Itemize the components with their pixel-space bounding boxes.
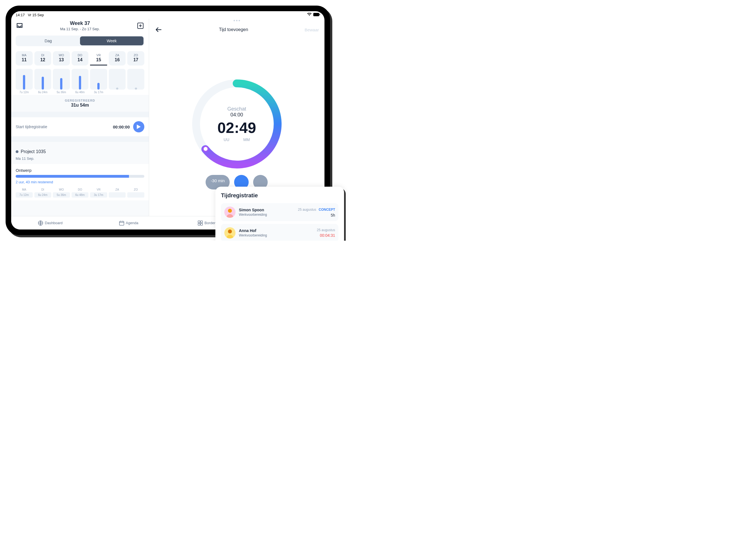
bars-row [11,68,149,89]
svg-rect-7 [201,221,202,223]
back-button[interactable] [155,26,163,34]
concept-badge: CONCEPT [319,208,335,212]
dot-icon [16,150,19,153]
day-vr[interactable]: VR15 [90,51,107,65]
mini-times: 7u 12m 6u 24m 5u 36m 6u 48m 3u 17m [11,192,149,198]
play-icon [137,124,141,129]
week-range: Ma 11 Sep. - Zo 17 Sep. [24,27,137,31]
day-zo[interactable]: ZO17 [127,51,144,65]
registered-value: 31u 54m [11,103,149,108]
tablet-frame: 14:17 Vr 15 Sep Wee [6,6,330,235]
toggle-week[interactable]: Week [80,36,143,45]
bar-di [42,77,44,89]
estimate-value: 04:00 [217,112,256,118]
entry-hours: 5h [298,213,335,218]
time-entry[interactable]: Simon Spoon Werkvoorbereiding 25 augustu… [221,203,339,221]
play-button[interactable] [133,121,144,132]
globe-icon [38,221,43,226]
time-dial[interactable]: Geschat 04:00 02:49 UU MM [189,76,284,172]
bar-ma [23,75,25,89]
days-row: MA11 DI12 WO13 DO14 VR15 ZA16 ZO17 [11,49,149,68]
battery-icon [313,13,320,17]
svg-rect-8 [198,223,200,225]
timer-row: Start tijdregistratie 00:00:00 [11,117,149,136]
bar-za [116,88,118,89]
registered-block: GEREGISTREERD 31u 54m [11,95,149,112]
project-name: Project 1035 [11,147,149,156]
task-name: Ontwerp [11,166,149,173]
entry-date: 25 augustus [298,208,316,212]
wifi-icon [307,13,312,17]
bar-times: 7u 12m 6u 24m 5u 36m 6u 48m 3u 17m [11,89,149,95]
popup-title: Tijdregistratie [221,192,339,199]
bar-wo [60,78,62,89]
entry-name: Simon Spoon [239,208,294,212]
uu-label: UU [224,137,229,142]
day-di[interactable]: DI12 [34,51,52,65]
progress-bar [16,175,144,178]
nav-agenda[interactable]: Agenda [89,216,168,229]
remaining-text: 2 uur, 43 min resterend [11,179,149,185]
bar-vr [97,83,99,89]
bar-do [79,76,81,89]
svg-point-12 [228,229,232,233]
time-registration-popup: Tijdregistratie Simon Spoon Werkvoorbere… [216,187,344,241]
add-button[interactable] [137,22,144,30]
estimate-label: Geschat [217,106,256,112]
status-date: Vr 15 Sep [28,13,44,17]
day-ma[interactable]: MA11 [16,51,33,65]
status-time: 14:17 [16,13,25,17]
current-value: 02:49 [217,119,256,136]
day-wo[interactable]: WO13 [53,51,70,65]
svg-rect-0 [313,13,319,16]
calendar-icon [119,221,124,226]
day-za[interactable]: ZA16 [109,51,126,65]
left-pane: Week 37 Ma 11 Sep. - Zo 17 Sep. Dag Week… [11,19,149,229]
inbox-icon[interactable] [16,22,24,30]
entry-name: Anna Hof [239,228,314,233]
svg-rect-9 [201,223,202,225]
svg-rect-6 [198,221,200,223]
avatar [224,227,235,239]
arrow-left-icon [156,27,162,32]
save-button[interactable]: Bewaar [305,27,319,32]
week-title: Week 37 [24,21,137,26]
day-do[interactable]: DO14 [71,51,89,65]
svg-rect-1 [319,14,320,16]
avatar [224,206,235,218]
mini-days: MA DI WO DO VR ZA ZO [11,185,149,192]
entry-sub: Werkvoorbereiding [239,213,294,217]
timer-value: 00:00:00 [113,124,130,129]
time-entry[interactable]: Anna Hof Werkvoorbereiding 25 augustus 0… [221,224,339,241]
drag-handle [149,19,324,22]
entry-sub: Werkvoorbereiding [239,233,314,237]
project-date: Ma 11 Sep. [11,156,149,164]
entry-hours: 00:04:31 [317,233,335,237]
right-title: Tijd toevoegen [219,27,248,32]
nav-dashboard[interactable]: Dashboard [11,216,89,229]
grid-icon [198,221,203,226]
entry-date: 25 augustus [317,228,335,232]
dial-handle[interactable] [202,146,209,152]
toggle-day[interactable]: Dag [17,36,80,45]
mm-label: MM [243,137,250,142]
week-header: Week 37 Ma 11 Sep. - Zo 17 Sep. [24,21,137,31]
registered-label: GEREGISTREERD [11,99,149,102]
svg-rect-5 [119,221,124,225]
bar-zo [135,88,137,89]
status-left: 14:17 Vr 15 Sep [16,13,44,17]
timer-label: Start tijdregistratie [16,124,110,129]
scroll-section[interactable]: Project 1035 Ma 11 Sep. Ontwerp 2 uur, 4… [11,142,149,229]
status-bar: 14:17 Vr 15 Sep [11,11,324,19]
svg-point-11 [228,209,232,213]
day-week-toggle: Dag Week [16,35,144,46]
